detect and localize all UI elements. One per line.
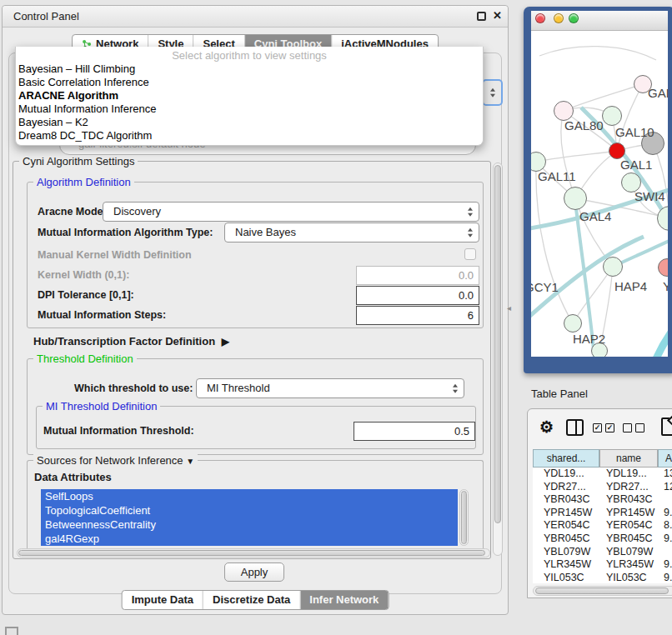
node-label: HAP2 <box>573 332 605 346</box>
which-threshold-label: Which threshold to use: <box>74 382 193 394</box>
dropdown-item[interactable]: Basic Correlation Inference <box>16 76 483 89</box>
mi-algorithm-type-combo[interactable]: Naive Bayes <box>224 222 479 242</box>
mi-threshold-group-title: MI Threshold Definition <box>43 400 160 412</box>
node-label: GAL10 <box>615 125 654 139</box>
table-row[interactable]: YBR045CYBR045C9. <box>533 532 672 546</box>
stepper-arrows-icon <box>468 208 473 217</box>
dropdown-item[interactable]: Dream8 DC_TDC Algorithm <box>16 129 483 142</box>
table-row[interactable]: YBR043CYBR043C <box>533 493 672 507</box>
unchecked-checkbox-icon[interactable] <box>635 423 644 432</box>
dropdown-item[interactable]: Bayesian – Hill Climbing <box>16 62 483 76</box>
panel-divider-handle[interactable]: ◂ <box>507 303 511 312</box>
mi-threshold-label: Mutual Information Threshold: <box>43 425 194 437</box>
table-row[interactable]: YPR145WYPR145W9. <box>533 507 672 520</box>
table-row[interactable]: YLR345WYLR345W9. <box>533 558 672 572</box>
table-row[interactable]: YDL19...YDL19...13 <box>533 468 672 481</box>
node-label: GAL4 <box>579 209 611 223</box>
dropdown-item[interactable]: Mutual Information Inference <box>16 102 483 116</box>
manual-kernel-width-checkbox[interactable] <box>464 248 476 260</box>
stepper-arrows-icon <box>453 384 458 393</box>
network-node-hap4[interactable] <box>603 257 623 277</box>
manual-kernel-width-label: Manual Kernel Width Definition <box>38 249 192 261</box>
panel-title: Control Panel <box>13 6 79 27</box>
network-window-titlebar[interactable] <box>531 11 668 31</box>
sources-toggle[interactable]: Sources for Network Inference ▼ <box>33 454 198 467</box>
aracne-mode-label: Aracne Mode: <box>38 206 107 218</box>
table-row[interactable]: YDR27...YDR27...12 <box>533 481 672 494</box>
mi-steps-field[interactable]: 6 <box>356 306 479 325</box>
close-traffic-light-icon[interactable] <box>535 13 545 23</box>
cyni-bottom-tabbar: Impute Data Discretize Data Infer Networ… <box>122 590 389 610</box>
checked-checkbox-icon[interactable]: ✓ <box>605 423 614 432</box>
control-panel-window: Control Panel ✕ Network Style Select Cyn… <box>2 5 509 615</box>
node-label: SWI4 <box>634 189 665 203</box>
tab-infer-network[interactable]: Infer Network <box>300 591 388 609</box>
column-header-name[interactable]: name <box>599 449 658 468</box>
kernel-width-field[interactable]: 0.0 <box>356 266 479 285</box>
dropdown-item[interactable]: Bayesian – K2 <box>16 116 483 129</box>
algorithm-dropdown-popup: Select algorithm to view settings Bayesi… <box>15 47 484 146</box>
table-horizontal-scrollbar[interactable] <box>533 586 672 596</box>
tab-impute-data[interactable]: Impute Data <box>123 591 203 609</box>
node-label: HAP4 <box>614 279 647 293</box>
attribute-item-selected[interactable]: SelfLoops <box>41 489 458 503</box>
settings-group-title: Cyni Algorithm Settings <box>19 155 138 168</box>
attribute-item-selected[interactable]: gal4RGexp <box>41 532 458 546</box>
checked-checkbox-icon[interactable]: ✓ <box>593 423 602 432</box>
network-node-gal10[interactable] <box>602 106 622 126</box>
table-panel-title: Table Panel <box>519 383 672 405</box>
unchecked-checkbox-icon[interactable] <box>623 423 632 432</box>
stepper-arrows-icon <box>468 228 473 238</box>
zoom-traffic-light-icon[interactable] <box>569 13 579 23</box>
expanded-arrow-icon: ▼ <box>186 457 194 466</box>
settings-horizontal-scrollbar[interactable] <box>17 548 490 558</box>
attribute-item-selected[interactable]: TopologicalCoefficient <box>41 503 458 518</box>
algorithm-definition-group: Algorithm Definition Aracne Mode: Discov… <box>27 182 484 328</box>
which-threshold-combo[interactable]: MI Threshold <box>196 378 464 398</box>
kernel-width-label: Kernel Width (0,1): <box>38 269 129 281</box>
network-node-selected-red[interactable] <box>609 142 625 159</box>
network-node-gal4[interactable] <box>564 187 587 210</box>
node-label: Y <box>663 279 668 293</box>
node-label: GAL11 <box>538 169 576 183</box>
close-icon[interactable]: ✕ <box>493 9 502 22</box>
minimize-traffic-light-icon[interactable] <box>554 13 564 23</box>
dpi-tolerance-field[interactable]: 0.0 <box>356 286 479 305</box>
collapsed-arrow-icon: ▶ <box>222 336 229 348</box>
network-canvas[interactable]: GAL GAL80 GAL10 GAL1 GAL11 SWI4 GAL4 GCY… <box>531 31 668 357</box>
table-row[interactable]: YER054CYER054C8. <box>533 519 672 532</box>
threshold-definition-title: Threshold Definition <box>33 352 137 365</box>
dropdown-placeholder: Select algorithm to view settings <box>16 48 483 62</box>
column-header-shared-name[interactable]: shared... <box>533 449 599 468</box>
node-label: GCY1 <box>531 280 559 294</box>
hub-definition-toggle[interactable]: Hub/Transcription Factor Definition ▶ <box>33 335 226 348</box>
network-view-window[interactable]: GAL GAL80 GAL10 GAL1 GAL11 SWI4 GAL4 GCY… <box>524 7 672 373</box>
table-row[interactable]: YIL053CYIL053C9. <box>533 572 672 583</box>
attributes-list-scrollbar[interactable] <box>459 489 469 546</box>
cyni-algorithm-settings-group: Cyni Algorithm Settings Algorithm Defini… <box>13 161 491 559</box>
apply-button[interactable]: Apply <box>224 562 284 582</box>
mi-algorithm-type-label: Mutual Information Algorithm Type: <box>38 227 213 238</box>
aracne-mode-combo[interactable]: Discovery <box>103 202 479 222</box>
focused-combo-stepper[interactable] <box>482 79 503 106</box>
mi-threshold-field[interactable]: 0.5 <box>354 422 475 441</box>
tab-discretize-data[interactable]: Discretize Data <box>203 591 300 609</box>
bottom-left-partial-widget[interactable] <box>5 627 18 635</box>
float-window-icon[interactable] <box>477 12 486 21</box>
threshold-definition-group: Threshold Definition Which threshold to … <box>27 358 484 455</box>
node-label: GAL1 <box>620 158 652 172</box>
settings-vertical-scrollbar[interactable] <box>493 162 503 556</box>
attribute-item-selected[interactable]: BetweennessCentrality <box>41 518 458 532</box>
network-node-hap2[interactable] <box>564 314 582 332</box>
column-header-partial[interactable]: A <box>658 449 672 468</box>
dropdown-item-selected[interactable]: ARACNE Algorithm <box>16 89 483 102</box>
gear-icon[interactable]: ⚙ <box>539 418 554 437</box>
split-columns-icon[interactable] <box>566 419 584 436</box>
algorithm-definition-title: Algorithm Definition <box>33 176 134 188</box>
mi-threshold-group: MI Threshold Definition Mutual Informati… <box>36 406 476 449</box>
document-icon[interactable] <box>661 418 672 436</box>
table-row[interactable]: YBL079WYBL079W <box>533 546 672 559</box>
mi-steps-label: Mutual Information Steps: <box>38 309 166 321</box>
data-attributes-label: Data Attributes <box>34 471 112 483</box>
node-label: GAL <box>648 86 668 100</box>
